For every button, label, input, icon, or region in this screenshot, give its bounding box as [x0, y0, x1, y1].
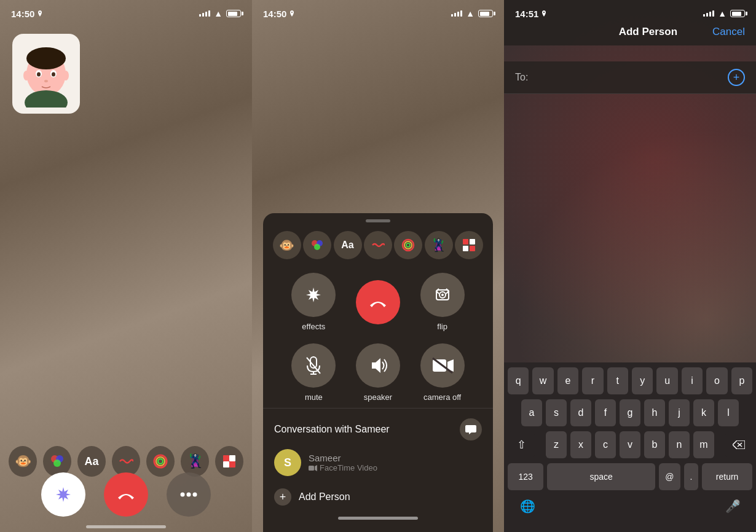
- more-button[interactable]: [167, 472, 211, 517]
- conversation-header: Conversation with Sameer: [274, 418, 482, 440]
- key-i[interactable]: i: [682, 367, 703, 394]
- key-s[interactable]: s: [546, 399, 567, 426]
- key-m[interactable]: m: [693, 431, 714, 458]
- svg-point-27: [404, 241, 412, 249]
- p2-text-btn[interactable]: Aa: [334, 231, 362, 259]
- key-y[interactable]: y: [632, 367, 653, 394]
- key-p[interactable]: p: [731, 367, 752, 394]
- p2-rainbow-btn[interactable]: [394, 231, 422, 259]
- p3-status-time: 14:51: [515, 9, 547, 19]
- flip-control: flip: [420, 273, 465, 331]
- svg-point-35: [441, 294, 444, 296]
- mic-key[interactable]: 🎤: [719, 493, 746, 520]
- key-e[interactable]: e: [557, 367, 578, 394]
- camera-off-ctrl-btn[interactable]: [420, 343, 465, 388]
- keyboard: q w e r t y u i o p a s d f g h j k l ⇧: [504, 362, 756, 532]
- controls-modal-sheet: 🐵 Aa: [263, 213, 493, 532]
- p2-squiggle-btn[interactable]: [364, 231, 392, 259]
- modal-toolbar: 🐵 Aa: [263, 227, 493, 267]
- key-z[interactable]: z: [546, 431, 567, 458]
- key-a[interactable]: a: [521, 399, 542, 426]
- key-c[interactable]: c: [595, 431, 616, 458]
- rainbow-icon: [153, 454, 168, 469]
- key-k[interactable]: k: [693, 399, 714, 426]
- dot-key[interactable]: .: [684, 463, 698, 490]
- return-key[interactable]: return: [702, 463, 752, 490]
- key-w[interactable]: w: [532, 367, 553, 394]
- key-j[interactable]: j: [669, 399, 690, 426]
- at-key[interactable]: @: [659, 463, 680, 490]
- delete-key[interactable]: [725, 431, 752, 458]
- p2-status-bar-right: ▲: [451, 9, 493, 18]
- space-key[interactable]: space: [547, 463, 655, 490]
- key-b[interactable]: b: [644, 431, 665, 458]
- mute-ctrl-btn[interactable]: [291, 343, 336, 388]
- p2-rainbow-icon: [401, 238, 415, 252]
- p2-colors-btn[interactable]: [303, 231, 331, 259]
- svg-point-25: [314, 244, 320, 250]
- add-person-row[interactable]: + Add Person: [274, 486, 482, 508]
- svg-point-5: [37, 72, 41, 77]
- keyboard-bottom-row: 123 space @ . return: [508, 463, 752, 490]
- key-h[interactable]: h: [644, 399, 665, 426]
- key-l[interactable]: l: [718, 399, 739, 426]
- key-n[interactable]: n: [669, 431, 690, 458]
- status-bar-right: ▲: [199, 9, 241, 18]
- numbers-key[interactable]: 123: [508, 463, 543, 490]
- speaker-ctrl-label: speaker: [364, 393, 392, 402]
- svg-point-20: [181, 493, 185, 497]
- p2-overlay-btn[interactable]: [455, 231, 483, 259]
- svg-rect-44: [309, 466, 314, 471]
- effects-ctrl-icon: [304, 285, 323, 305]
- svg-rect-41: [433, 359, 446, 372]
- key-u[interactable]: u: [656, 367, 677, 394]
- svg-point-28: [406, 243, 410, 247]
- contact-initial: S: [284, 456, 291, 469]
- p2-monkey-btn[interactable]: 🐵: [273, 231, 301, 259]
- key-x[interactable]: x: [570, 431, 591, 458]
- contact-sub-text: FaceTime Video: [320, 463, 377, 472]
- add-recipient-button[interactable]: +: [728, 69, 745, 86]
- effects-ctrl-btn[interactable]: [291, 273, 336, 317]
- key-f[interactable]: f: [595, 399, 616, 426]
- delete-icon: [733, 440, 745, 449]
- p3-battery-icon: [730, 10, 745, 17]
- key-d[interactable]: d: [570, 399, 591, 426]
- svg-rect-29: [463, 239, 468, 244]
- camera-off-ctrl-icon: [431, 357, 454, 374]
- panel3-add-person: 14:51 ▲ Add Person Cancel To: +: [504, 0, 756, 532]
- status-bar-time: 14:50: [11, 9, 43, 19]
- more-icon: [180, 492, 197, 497]
- battery-icon: [226, 10, 241, 17]
- globe-key[interactable]: 🌐: [514, 493, 541, 520]
- key-o[interactable]: o: [706, 367, 727, 394]
- message-btn[interactable]: [460, 418, 482, 440]
- p2-location-icon: [289, 10, 295, 18]
- cancel-button[interactable]: Cancel: [712, 26, 745, 38]
- key-g[interactable]: g: [620, 399, 640, 426]
- add-person-label: Add Person: [299, 491, 350, 503]
- key-t[interactable]: t: [607, 367, 628, 394]
- contact-avatar: S: [274, 449, 301, 476]
- to-row: To: +: [504, 61, 756, 94]
- shift-key[interactable]: ⇧: [508, 431, 535, 458]
- end-call-button[interactable]: [104, 472, 148, 517]
- speaker-ctrl-btn[interactable]: [356, 343, 400, 388]
- key-r[interactable]: r: [582, 367, 603, 394]
- svg-point-22: [193, 493, 197, 497]
- p3-time-label: 14:51: [515, 9, 538, 19]
- p3-status-right: ▲: [703, 9, 745, 18]
- end-call-ctrl-btn[interactable]: [356, 280, 400, 324]
- svg-point-8: [23, 71, 30, 80]
- mute-ctrl-icon: [305, 356, 322, 375]
- key-q[interactable]: q: [508, 367, 529, 394]
- p2-character-btn[interactable]: 🦹: [425, 231, 453, 259]
- svg-point-6: [52, 72, 55, 77]
- effects-button[interactable]: [41, 472, 85, 517]
- svg-point-12: [53, 460, 61, 467]
- svg-marker-45: [315, 465, 317, 471]
- flip-ctrl-btn[interactable]: [420, 273, 465, 317]
- svg-rect-16: [223, 455, 229, 461]
- colors-icon: [50, 454, 65, 469]
- key-v[interactable]: v: [620, 431, 640, 458]
